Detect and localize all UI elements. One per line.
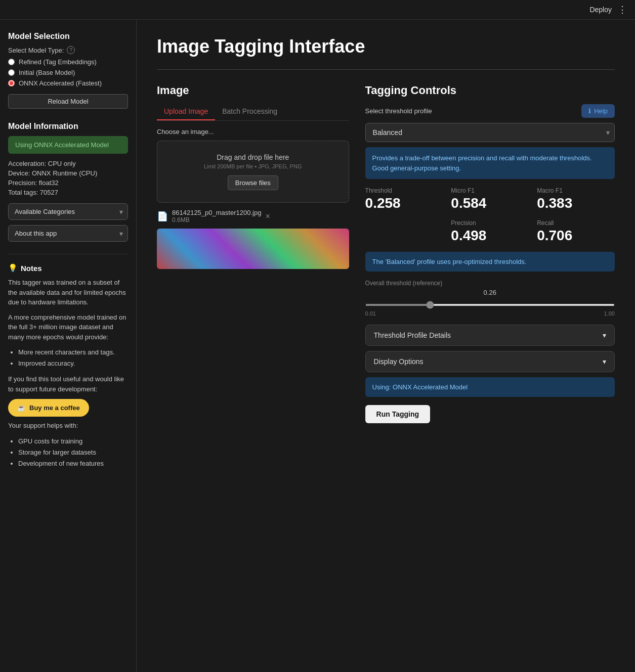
macro-f1-value: 0.383 — [537, 195, 615, 211]
file-icon: 📄 — [157, 211, 168, 222]
precision-value: 0.498 — [451, 228, 529, 244]
metric-recall: Recall 0.706 — [537, 219, 615, 244]
slider-minmax: 0.01 1.00 — [365, 310, 615, 317]
recall-value: 0.706 — [537, 228, 615, 244]
threshold-slider[interactable] — [365, 304, 615, 306]
metric-micro-f1: Micro F1 0.584 — [451, 187, 529, 211]
topbar: Deploy ⋮ — [0, 0, 635, 20]
radio-onnx[interactable]: ONNX Accelerated (Fastest) — [8, 79, 128, 87]
threshold-header: Select threshold profile ℹ Help — [365, 104, 615, 118]
model-selection-title: Model Selection — [8, 32, 128, 41]
image-panel-title: Image — [157, 84, 349, 97]
device-info: Device: ONNX Runtime (CPU) — [8, 169, 128, 177]
slider-max: 1.00 — [604, 310, 615, 317]
threshold-metric-label: Threshold — [365, 187, 443, 194]
model-type-radio-group: Refined (Tag Embeddings) Initial (Base M… — [8, 58, 128, 87]
choose-image-label: Choose an image... — [157, 128, 349, 136]
image-preview-inner — [157, 229, 349, 269]
metrics-grid: Threshold 0.258 Micro F1 0.584 Macro F1 … — [365, 187, 615, 211]
micro-f1-label: Micro F1 — [451, 187, 529, 194]
sidebar: Model Selection Select Model Type: ? Ref… — [0, 20, 137, 672]
available-categories-dropdown[interactable]: Available Categories ▾ — [8, 203, 128, 220]
info-icon: ℹ — [588, 107, 591, 115]
precision-label: Precision — [451, 219, 529, 227]
threshold-slider-wrapper — [365, 299, 615, 307]
balanced-note: The 'Balanced' profile uses pre-optimize… — [365, 252, 615, 272]
recall-label: Recall — [537, 219, 615, 227]
notes-bullets-2: GPU costs for training Storage for large… — [8, 436, 128, 469]
chevron-down-icon: ▾ — [603, 331, 606, 339]
page-divider — [157, 69, 615, 70]
main-content: Image Tagging Interface Image Upload Ima… — [137, 20, 635, 672]
notes-section: 💡 Notes This tagger was trained on a sub… — [8, 261, 128, 474]
file-row: 📄 86142125_p0_master1200.jpg 0.6MB × — [157, 209, 349, 223]
notes-para-2: A more comprehensive model trained on th… — [8, 312, 128, 342]
sidebar-divider — [8, 254, 128, 254]
tab-upload-image[interactable]: Upload Image — [157, 104, 215, 120]
acceleration-info: Acceleration: CPU only — [8, 160, 128, 167]
help-button[interactable]: ℹ Help — [581, 104, 615, 118]
your-support-text: Your support helps with: — [8, 421, 128, 431]
chevron-down-icon: ▾ — [603, 357, 606, 366]
model-type-help-icon[interactable]: ? — [67, 46, 75, 54]
upload-subtitle: Limit 200MB per file • JPG, JPEG, PNG — [165, 163, 341, 169]
threshold-profile-details-toggle[interactable]: Threshold Profile Details ▾ — [365, 325, 615, 346]
about-this-app-dropdown[interactable]: About this app ▾ — [8, 225, 128, 242]
deploy-button[interactable]: Deploy — [589, 6, 612, 14]
metrics-row2: Precision 0.498 Recall 0.706 — [365, 219, 615, 244]
overall-threshold-value: 0.26 — [365, 289, 615, 296]
notes-para-1: This tagger was trained on a subset of t… — [8, 278, 128, 307]
coffee-icon: ☕ — [17, 404, 25, 412]
file-name: 86142125_p0_master1200.jpg — [172, 209, 261, 216]
notes-bullets-1: More recent characters and tags. Improve… — [8, 347, 128, 369]
profile-select[interactable]: Balanced Precision Recall Custom — [365, 123, 615, 142]
available-categories-select[interactable]: Available Categories — [8, 203, 128, 220]
metric-threshold: Threshold 0.258 — [365, 187, 443, 211]
precision-info: Precision: float32 — [8, 179, 128, 187]
file-info: 86142125_p0_master1200.jpg 0.6MB — [172, 209, 261, 223]
layout: Model Selection Select Model Type: ? Ref… — [0, 20, 635, 672]
tagging-controls-title: Tagging Controls — [365, 84, 615, 97]
buy-coffee-button[interactable]: ☕ Buy me a coffee — [8, 399, 89, 417]
run-tagging-button[interactable]: Run Tagging — [365, 405, 431, 423]
slider-min: 0.01 — [365, 310, 376, 317]
radio-refined[interactable]: Refined (Tag Embeddings) — [8, 58, 128, 66]
notes-para-3: If you find this tool useful and would l… — [8, 374, 128, 394]
model-information-title: Model Information — [8, 122, 128, 131]
image-panel: Image Upload Image Batch Processing Choo… — [157, 84, 349, 269]
micro-f1-value: 0.584 — [451, 195, 529, 211]
active-model-box: Using ONNX Accelerated Model — [8, 136, 128, 154]
threshold-profile-label: Select threshold profile — [365, 107, 432, 115]
bullet-item: Storage for larger datasets — [18, 447, 128, 458]
file-close-button[interactable]: × — [265, 212, 270, 221]
page-title: Image Tagging Interface — [157, 36, 615, 57]
metric-macro-f1: Macro F1 0.383 — [537, 187, 615, 211]
image-preview — [157, 229, 349, 269]
bullet-item: GPU costs for training — [18, 436, 128, 447]
bullet-item: More recent characters and tags. — [18, 347, 128, 358]
file-size: 0.6MB — [172, 216, 261, 223]
bullet-item: Improved accuracy. — [18, 358, 128, 369]
total-tags-info: Total tags: 70527 — [8, 189, 128, 196]
model-active-box: Using: ONNX Accelerated Model — [365, 377, 615, 397]
overall-threshold-label: Overall threshold (reference) — [365, 280, 615, 287]
display-options-toggle[interactable]: Display Options ▾ — [365, 351, 615, 372]
upload-title: Drag and drop file here — [165, 153, 341, 161]
radio-initial[interactable]: Initial (Base Model) — [8, 69, 128, 76]
select-model-type-label: Select Model Type: ? — [8, 46, 128, 54]
threshold-metric-value: 0.258 — [365, 195, 443, 211]
tab-batch-processing[interactable]: Batch Processing — [215, 104, 284, 120]
profile-select-wrapper[interactable]: Balanced Precision Recall Custom ▾ — [365, 123, 615, 142]
browse-files-button[interactable]: Browse files — [228, 175, 278, 190]
reload-model-button[interactable]: Reload Model — [8, 94, 128, 109]
two-col-layout: Image Upload Image Batch Processing Choo… — [157, 84, 615, 423]
tagging-controls-panel: Tagging Controls Select threshold profil… — [365, 84, 615, 423]
upload-dropzone[interactable]: Drag and drop file here Limit 200MB per … — [157, 141, 349, 203]
image-tabs: Upload Image Batch Processing — [157, 104, 349, 121]
notes-title: 💡 Notes — [8, 263, 128, 273]
bullet-item: Development of new features — [18, 458, 128, 469]
profile-description: Provides a trade-off between precision a… — [365, 147, 615, 179]
macro-f1-label: Macro F1 — [537, 187, 615, 194]
more-options-button[interactable]: ⋮ — [618, 4, 627, 15]
about-this-app-select[interactable]: About this app — [8, 225, 128, 242]
